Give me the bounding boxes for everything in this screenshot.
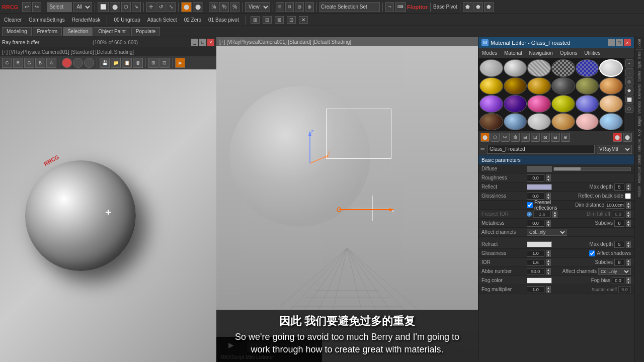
swatch-side-btn2[interactable]: - — [625, 68, 633, 76]
menu-material[interactable]: Material — [503, 50, 524, 56]
tab-object-paint[interactable]: Object Paint — [94, 27, 130, 36]
menu-utilities[interactable]: Utilities — [583, 50, 602, 56]
scale-btn[interactable]: ⤡ — [167, 2, 176, 12]
affect-ch-select[interactable]: Col...nly — [527, 229, 567, 236]
ungroup-btn[interactable]: 00 Ungroup — [112, 17, 142, 23]
channel-a-btn[interactable]: A — [46, 58, 56, 68]
fb-display-btn[interactable] — [62, 58, 72, 68]
metalness-number[interactable]: 0.0 — [527, 220, 544, 227]
move-btn[interactable]: ✛ — [146, 2, 155, 12]
dim-dist-down[interactable]: ▼ — [626, 205, 631, 209]
ior-up[interactable]: ▲ — [546, 259, 551, 262]
mat-tool-btn4[interactable]: 🗑 — [511, 133, 520, 142]
fior-up[interactable]: ▲ — [552, 211, 557, 214]
rsub-up[interactable]: ▲ — [626, 259, 631, 262]
maxdepth-up[interactable]: ▲ — [626, 184, 631, 187]
swatch-2[interactable] — [504, 59, 527, 77]
swatch-21[interactable] — [527, 113, 551, 131]
redo-button[interactable]: ↪ — [32, 2, 41, 12]
render-type-btn[interactable]: ⬤ — [181, 2, 192, 12]
metal-up[interactable]: ▲ — [546, 220, 551, 223]
swatch-side-btn3[interactable]: ◎ — [625, 77, 633, 85]
reflect-swatch[interactable] — [527, 184, 552, 190]
mat-maximize-btn[interactable]: □ — [616, 39, 623, 46]
render-btn2[interactable]: ⬤ — [193, 2, 203, 12]
swatch-side-btn1[interactable]: + — [625, 59, 633, 67]
extra-btn2[interactable]: ⬟ — [473, 2, 483, 12]
roughness-up[interactable]: ▲ — [546, 174, 551, 178]
swatch-16[interactable] — [551, 95, 575, 113]
dfal-up[interactable]: ▲ — [626, 211, 631, 214]
mat-tool-btn6[interactable]: ⊡ — [531, 133, 540, 142]
rglos-up[interactable]: ▲ — [546, 250, 551, 253]
scatter-number[interactable]: 0.0 — [618, 286, 631, 293]
mat-tool-btn5[interactable]: ⊞ — [521, 133, 530, 142]
fb-close-btn[interactable]: × — [207, 39, 214, 46]
dim-falloff-number[interactable]: 0.0 — [612, 211, 624, 218]
roughness-number[interactable]: 0.0 — [527, 174, 544, 182]
maxdepth-down[interactable]: ▼ — [626, 187, 631, 191]
swatch-5[interactable] — [576, 59, 599, 77]
swatch-9[interactable] — [527, 77, 551, 95]
rsub-down[interactable]: ▼ — [626, 262, 631, 266]
subdivs-number[interactable]: 8 — [614, 220, 624, 227]
select-lasso-btn[interactable]: ∿ — [132, 2, 141, 12]
metal-down[interactable]: ▼ — [546, 223, 551, 227]
abbe-number[interactable]: 50.0 — [527, 268, 544, 275]
fresnel-ior-number[interactable]: 1.6 — [533, 211, 551, 218]
channel-b-btn[interactable]: B — [35, 58, 45, 68]
swatch-7[interactable] — [479, 77, 503, 95]
zero-btn[interactable]: 02 Zero — [182, 17, 203, 23]
glos-up[interactable]: ▲ — [546, 193, 551, 196]
tab-freeform[interactable]: Freeform — [33, 27, 62, 36]
rotate-btn[interactable]: ↺ — [156, 2, 166, 12]
select-fence-btn[interactable]: ⬡ — [121, 2, 131, 12]
swatch-23[interactable] — [576, 113, 599, 131]
refract-swatch[interactable] — [527, 241, 552, 247]
basic-params-header[interactable]: Basic parameters — [478, 155, 634, 164]
mat-tool-btn10[interactable]: ⬤ — [613, 133, 622, 142]
mat-tool-btn1[interactable]: ⬤ — [480, 133, 490, 142]
percent-snap-btn[interactable]: % — [230, 2, 239, 12]
channel-g-btn[interactable]: G — [24, 58, 34, 68]
swatch-side-btn6[interactable]: ⬡ — [625, 105, 633, 113]
swatch-20[interactable] — [504, 113, 527, 131]
menu-navigation[interactable]: Navigation — [528, 50, 554, 56]
swatch-13[interactable] — [479, 95, 503, 113]
swatch-22[interactable] — [551, 113, 575, 131]
sub-up[interactable]: ▲ — [626, 220, 631, 223]
extra-btn3[interactable]: ⬟ — [484, 2, 494, 12]
fb-show-btn[interactable]: ⊡ — [159, 58, 170, 68]
sub-down[interactable]: ▼ — [626, 223, 631, 227]
menu-modes[interactable]: Modes — [480, 50, 499, 56]
tool-btn4[interactable]: ⊡ — [287, 16, 296, 24]
fb-maximize-btn[interactable]: □ — [199, 39, 206, 46]
tool-btn5[interactable]: ✕ — [299, 16, 308, 24]
angle-snap-btn[interactable]: % — [219, 2, 229, 12]
mat-close-btn[interactable]: × — [624, 39, 631, 46]
undo-button[interactable]: ↩ — [22, 2, 31, 12]
fog-bias-number[interactable]: 0.0 — [612, 277, 624, 284]
rglos-down[interactable]: ▼ — [546, 253, 551, 257]
tab-modeling[interactable]: Modeling — [2, 27, 32, 36]
menu-options[interactable]: Options — [558, 50, 579, 56]
mat-type-select[interactable]: VRayMtl — [597, 145, 632, 154]
keyboard-shortcut-btn[interactable]: ⌨ — [395, 2, 406, 12]
fog-color-swatch[interactable] — [527, 278, 552, 284]
mat-minimize-btn[interactable]: _ — [608, 39, 615, 46]
swatch-8[interactable] — [504, 77, 527, 95]
fb-clear-btn[interactable]: 🗑 — [133, 58, 143, 68]
select-filter1[interactable]: ⊞ — [276, 2, 284, 12]
select-rect-btn[interactable]: ⬜ — [98, 2, 109, 12]
swatch-11[interactable] — [576, 77, 599, 95]
mat-tool-btn11[interactable]: ⬤ — [623, 133, 632, 142]
refract-affect-ch-select[interactable]: Col...nly — [598, 268, 631, 275]
mat-tool-btn7[interactable]: ⊠ — [541, 133, 550, 142]
mat-tool-btn8[interactable]: ⊟ — [551, 133, 560, 142]
tool-btn1[interactable]: ⊞ — [251, 16, 260, 24]
ior-number[interactable]: 1.6 — [527, 259, 544, 266]
swatch-12[interactable] — [599, 77, 623, 95]
rmd-down[interactable]: ▼ — [626, 244, 631, 248]
fb-fit-btn[interactable] — [73, 58, 83, 68]
diffuse-swatch[interactable] — [527, 166, 552, 172]
